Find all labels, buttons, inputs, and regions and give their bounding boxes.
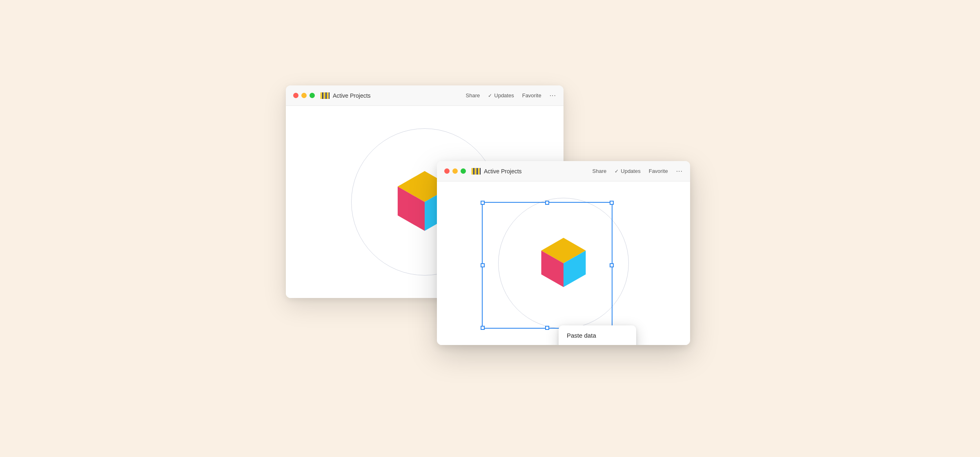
hazard-icon-back bbox=[321, 92, 330, 99]
more-button-back[interactable]: ··· bbox=[550, 92, 556, 99]
scene: Active Projects Share ✓ Updates Favorite… bbox=[286, 85, 694, 372]
window-title-back: Active Projects bbox=[333, 92, 466, 99]
svg-rect-2 bbox=[324, 92, 325, 99]
favorite-button-front[interactable]: Favorite bbox=[649, 168, 668, 174]
close-button-back[interactable] bbox=[293, 93, 298, 98]
traffic-lights-front bbox=[444, 168, 466, 174]
title-icon-front bbox=[472, 168, 481, 175]
logo-front bbox=[531, 235, 596, 292]
svg-rect-5 bbox=[329, 92, 330, 99]
paste-data-item[interactable]: Paste data bbox=[559, 328, 636, 343]
handle-bottom-left[interactable] bbox=[481, 326, 485, 330]
svg-rect-9 bbox=[472, 168, 473, 175]
titlebar-back: Active Projects Share ✓ Updates Favorite… bbox=[286, 85, 564, 106]
handle-bottom-right[interactable] bbox=[610, 326, 614, 330]
more-button-front[interactable]: ··· bbox=[676, 168, 683, 175]
titlebar-front: Active Projects Share ✓ Updates Favorite… bbox=[437, 161, 690, 181]
favorite-button-back[interactable]: Favorite bbox=[522, 92, 541, 99]
check-icon-front: ✓ bbox=[615, 168, 619, 174]
window-title-front: Active Projects bbox=[484, 168, 592, 175]
svg-rect-0 bbox=[321, 92, 322, 99]
svg-rect-14 bbox=[480, 168, 481, 175]
handle-top-right[interactable] bbox=[610, 201, 614, 205]
window-front: Active Projects Share ✓ Updates Favorite… bbox=[437, 161, 690, 345]
share-button-front[interactable]: Share bbox=[592, 168, 607, 174]
canvas-front: Paste data Resize selection bbox=[437, 181, 690, 345]
updates-button-front[interactable]: ✓ Updates bbox=[615, 168, 640, 174]
circle-front bbox=[498, 198, 629, 329]
minimize-button-back[interactable] bbox=[301, 93, 307, 98]
handle-mid-left[interactable] bbox=[481, 263, 485, 267]
titlebar-actions-back: Share ✓ Updates Favorite ··· bbox=[466, 92, 556, 99]
svg-rect-10 bbox=[473, 168, 474, 175]
minimize-button-front[interactable] bbox=[452, 168, 458, 174]
titlebar-actions-front: Share ✓ Updates Favorite ··· bbox=[592, 168, 683, 175]
svg-rect-11 bbox=[475, 168, 476, 175]
context-menu: Paste data Resize selection bbox=[559, 325, 636, 345]
resize-selection-item[interactable]: Resize selection bbox=[559, 343, 636, 345]
traffic-lights-back bbox=[293, 93, 315, 98]
svg-rect-13 bbox=[478, 168, 479, 175]
updates-button-back[interactable]: ✓ Updates bbox=[488, 92, 514, 99]
title-icon-back bbox=[321, 92, 330, 99]
svg-rect-3 bbox=[325, 92, 327, 99]
svg-rect-1 bbox=[322, 92, 323, 99]
maximize-button-front[interactable] bbox=[461, 168, 466, 174]
share-button-back[interactable]: Share bbox=[466, 92, 480, 99]
hazard-icon-front bbox=[472, 168, 481, 175]
svg-rect-12 bbox=[477, 168, 478, 175]
check-icon-back: ✓ bbox=[488, 93, 492, 99]
handle-top-left[interactable] bbox=[481, 201, 485, 205]
logo-svg-front bbox=[531, 235, 596, 292]
close-button-front[interactable] bbox=[444, 168, 450, 174]
svg-rect-4 bbox=[327, 92, 328, 99]
maximize-button-back[interactable] bbox=[310, 93, 315, 98]
